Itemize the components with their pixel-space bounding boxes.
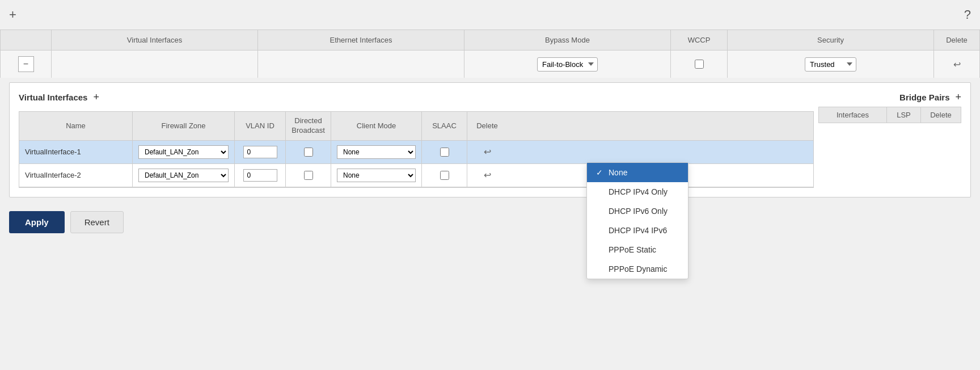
virtual-interfaces-add-button[interactable]: + — [93, 92, 99, 102]
ethernet-interfaces-cell — [258, 51, 464, 78]
dropdown-item-none[interactable]: ✓ None — [587, 163, 688, 182]
vi-row2-directed-broadcast — [286, 164, 331, 187]
wccp-checkbox[interactable] — [695, 60, 704, 69]
apply-button[interactable]: Apply — [9, 211, 65, 233]
vi-row2-name: VirtualInterface-2 — [19, 164, 133, 187]
bp-col-lsp: LSP — [887, 107, 921, 123]
dropdown-item-pppoe-static[interactable]: PPPoE Static — [587, 240, 688, 259]
vi-row1-firewall-zone-select[interactable]: Default_LAN_Zon — [138, 145, 229, 159]
wccp-cell — [671, 51, 728, 78]
col-header-bypass-mode: Bypass Mode — [464, 30, 671, 50]
col-header-security: Security — [728, 30, 934, 50]
collapse-button-cell: − — [1, 51, 52, 78]
vi-row2-directed-broadcast-checkbox[interactable] — [304, 171, 313, 180]
bottom-buttons: Apply Revert — [0, 202, 980, 242]
vi-table-row: VirtualInterface-1 Default_LAN_Zon None — [19, 141, 813, 164]
vi-row1-vlan-id — [235, 141, 286, 163]
bridge-pairs-section: Bridge Pairs + Interfaces LSP Delete — [818, 92, 961, 123]
vi-table-row-2: VirtualInterface-2 Default_LAN_Zon None — [19, 164, 813, 187]
vi-row2-firewall-zone-select[interactable]: Default_LAN_Zon — [138, 169, 229, 182]
main-table-header: Virtual Interfaces Ethernet Interfaces B… — [0, 30, 980, 50]
vi-row1-slaac — [422, 141, 467, 163]
bridge-pairs-add-button[interactable]: + — [955, 92, 961, 102]
vi-row1-client-mode: None ✓ None DHCP IPv4 Only — [331, 141, 422, 163]
virtual-interfaces-title: Virtual Interfaces — [19, 93, 87, 102]
vi-row2-client-mode-select[interactable]: None — [337, 169, 416, 182]
bypass-mode-select[interactable]: Fail-to-Block Fail-to-Wire — [537, 57, 598, 72]
vi-col-header-firewall-zone: Firewall Zone — [133, 112, 235, 140]
vi-table-header: Name Firewall Zone VLAN ID Directed Broa… — [19, 112, 813, 141]
vi-row1-directed-broadcast — [286, 141, 331, 163]
bridge-pairs-header: Bridge Pairs + — [818, 92, 961, 102]
col-header-wccp: WCCP — [671, 30, 728, 50]
undo-button[interactable]: ↩ — [953, 59, 961, 70]
col-header-ethernet-interfaces: Ethernet Interfaces — [258, 30, 464, 50]
dropdown-item-dhcp-ipv4-ipv6[interactable]: DHCP IPv4 IPv6 — [587, 221, 688, 240]
vi-row2-slaac — [422, 164, 467, 187]
client-mode-dropdown: ✓ None DHCP IPv4 Only DHCP IPv6 Only — [586, 162, 688, 279]
vi-row2-vlan-input[interactable] — [243, 169, 277, 182]
add-row-button[interactable]: + — [9, 7, 16, 22]
dropdown-item-pppoe-dynamic[interactable]: PPPoE Dynamic — [587, 259, 688, 279]
vi-row2-firewall-zone: Default_LAN_Zon — [133, 164, 235, 187]
vi-row2-vlan-id — [235, 164, 286, 187]
col-header-virtual-interfaces: Virtual Interfaces — [52, 30, 258, 50]
vi-col-header-vlan-id: VLAN ID — [235, 112, 286, 140]
vi-row1-vlan-input[interactable] — [243, 146, 277, 158]
vi-col-header-slaac: SLAAC — [422, 112, 467, 140]
vi-row2-undo-button[interactable]: ↩ — [484, 170, 491, 180]
vi-col-header-client-mode: Client Mode — [331, 112, 422, 140]
vi-col-header-delete: Delete — [467, 112, 507, 140]
vi-row2-delete: ↩ — [467, 164, 507, 187]
check-icon: ✓ — [596, 168, 604, 177]
security-cell: Trusted Untrusted — [728, 51, 934, 78]
col-header-blank — [1, 30, 52, 50]
vi-row1-directed-broadcast-checkbox[interactable] — [304, 148, 313, 157]
main-table-row: − Fail-to-Block Fail-to-Wire Trusted Unt… — [0, 50, 980, 78]
collapse-row-button[interactable]: − — [18, 56, 34, 72]
vi-row1-firewall-zone: Default_LAN_Zon — [133, 141, 235, 163]
bp-col-interfaces: Interfaces — [819, 107, 887, 123]
col-header-delete: Delete — [934, 30, 979, 50]
bridge-pairs-table-header: Interfaces LSP Delete — [818, 107, 961, 123]
vi-row1-name: VirtualInterface-1 — [19, 141, 133, 163]
bp-col-delete: Delete — [921, 107, 961, 123]
dropdown-item-dhcp-ipv4-only[interactable]: DHCP IPv4 Only — [587, 182, 688, 201]
delete-cell: ↩ — [934, 51, 979, 78]
security-select[interactable]: Trusted Untrusted — [805, 57, 856, 72]
vi-col-header-directed-broadcast: Directed Broadcast — [286, 112, 331, 140]
help-button[interactable]: ? — [964, 7, 971, 22]
vi-row2-slaac-checkbox[interactable] — [440, 171, 449, 180]
vi-row1-delete: ↩ — [467, 141, 507, 163]
bypass-mode-cell: Fail-to-Block Fail-to-Wire — [464, 51, 671, 78]
revert-button[interactable]: Revert — [70, 211, 124, 233]
vi-row2-client-mode: None — [331, 164, 422, 187]
bridge-pairs-title: Bridge Pairs — [899, 93, 949, 102]
vi-row1-client-mode-select[interactable]: None — [337, 145, 416, 159]
vi-row1-undo-button[interactable]: ↩ — [484, 146, 491, 157]
virtual-interfaces-cell — [52, 51, 258, 78]
inner-card: Bridge Pairs + Interfaces LSP Delete Vir… — [9, 82, 971, 197]
top-toolbar: + ? — [0, 0, 980, 30]
vi-row1-slaac-checkbox[interactable] — [440, 148, 449, 157]
vi-col-header-name: Name — [19, 112, 133, 140]
dropdown-item-dhcp-ipv6-only[interactable]: DHCP IPv6 Only — [587, 201, 688, 221]
virtual-interfaces-table: Name Firewall Zone VLAN ID Directed Broa… — [19, 111, 814, 188]
